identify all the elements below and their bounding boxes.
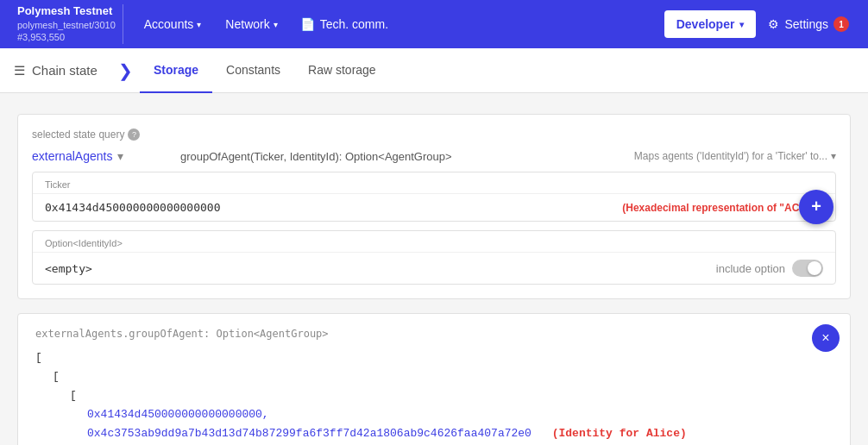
tech-comm-doc-icon: 📄 [300,17,315,31]
brand-block-count: #3,953,550 [17,31,116,43]
include-option-label: include option [716,262,785,275]
brand-block[interactable]: Polymesh Testnet polymesh_testnet/3010 #… [10,4,123,43]
chain-state-link[interactable]: ☰ Chain state [14,63,111,78]
developer-caret-icon: ▾ [739,20,744,29]
query-desc-caret-icon: ▾ [831,150,836,162]
tab-constants[interactable]: Constants [212,48,294,93]
network-caret-icon: ▾ [274,20,278,29]
query-card-label: selected state query ? [32,128,836,141]
main-content: selected state query ? externalAgents ▾ … [0,93,868,445]
accounts-caret-icon: ▾ [197,20,201,29]
nav-settings[interactable]: ⚙ Settings 1 [759,9,858,39]
close-icon: × [821,330,829,346]
result-line-inner-inner-open: [ [35,386,833,405]
gear-icon: ⚙ [768,17,779,31]
brand-name: Polymesh Testnet [17,4,116,19]
include-option-toggle[interactable] [792,260,823,277]
chain-state-label: Chain state [32,63,97,78]
tech-comm-label: Tech. comm. [320,17,388,31]
identity-field-card: Option<IdentityId> <empty> include optio… [32,230,836,285]
result-line-inner-open: [ [35,367,833,386]
ticker-field-value: 0x41434d450000000000000000 [45,201,221,214]
brand-sub: polymesh_testnet/3010 [17,19,116,31]
settings-badge: 1 [833,16,849,32]
result-line-hex2-comment: (Identity for Alice) [552,427,687,440]
ticker-field-card: Ticker 0x41434d450000000000000000 (Hexad… [32,172,836,222]
help-icon[interactable]: ? [128,128,140,141]
query-select-caret-icon: ▾ [117,149,123,163]
result-line-hex2-row: 0x4c3753ab9dd9a7b43d13d74b87299fa6f3ff7d… [35,424,833,443]
query-desc-text: Maps agents ('IdentityId') for a 'Ticker… [634,150,827,162]
accounts-label: Accounts [144,17,194,31]
result-line-open: [ [35,348,833,367]
result-card: externalAgents.groupOfAgent: Option<Agen… [17,313,851,445]
tab-constants-label: Constants [226,63,280,77]
nav-tech-comm[interactable]: 📄 Tech. comm. [292,10,397,38]
top-navigation: Polymesh Testnet polymesh_testnet/3010 #… [0,0,868,48]
query-select[interactable]: externalAgents ▾ [32,149,170,163]
ticker-field-header: Ticker [33,172,835,194]
plus-icon: + [811,197,821,216]
second-navigation: ☰ Chain state ❯ Storage Constants Raw st… [0,48,868,93]
query-description: Maps agents ('IdentityId') for a 'Ticker… [634,150,836,162]
include-option-control: include option [716,260,823,277]
identity-field-body: <empty> include option [33,253,835,284]
result-line-hex2: 0x4c3753ab9dd9a7b43d13d74b87299fa6f3ff7d… [87,427,531,440]
add-query-button[interactable]: + [799,190,833,224]
tab-storage[interactable]: Storage [140,48,212,93]
settings-label: Settings [784,17,828,31]
query-card: selected state query ? externalAgents ▾ … [17,114,851,299]
result-body: [ [ [ 0x41434d450000000000000000, 0x4c37… [35,348,833,445]
query-row: externalAgents ▾ groupOfAgent(Ticker, Id… [32,149,836,163]
developer-label: Developer [676,17,735,31]
query-label-text: selected state query [32,128,124,141]
close-result-button[interactable]: × [812,324,840,352]
tab-raw-storage[interactable]: Raw storage [294,48,390,93]
nav-network[interactable]: Network ▾ [215,10,287,38]
nav-developer[interactable]: Developer ▾ [664,10,757,38]
result-header: externalAgents.groupOfAgent: Option<Agen… [35,328,833,340]
nav-accounts[interactable]: Accounts ▾ [134,10,212,38]
network-label: Network [225,17,269,31]
breadcrumb-arrow: ❯ [118,60,133,81]
query-section: selected state query ? externalAgents ▾ … [17,114,851,299]
tab-raw-storage-label: Raw storage [308,63,376,77]
identity-field-value: <empty> [45,262,92,275]
result-line-hex1: 0x41434d450000000000000000, [35,405,833,424]
query-function-sig: groupOfAgent(Ticker, IdentityId): Option… [180,150,624,163]
menu-icon: ☰ [14,63,25,78]
identity-field-header: Option<IdentityId> [33,231,835,253]
ticker-field-body: 0x41434d450000000000000000 (Hexadecimal … [33,194,835,221]
tab-storage-label: Storage [154,63,198,77]
ticker-field-comment: (Hexadecimal representation of "ACME") [622,202,823,214]
query-select-value: externalAgents [32,149,112,163]
